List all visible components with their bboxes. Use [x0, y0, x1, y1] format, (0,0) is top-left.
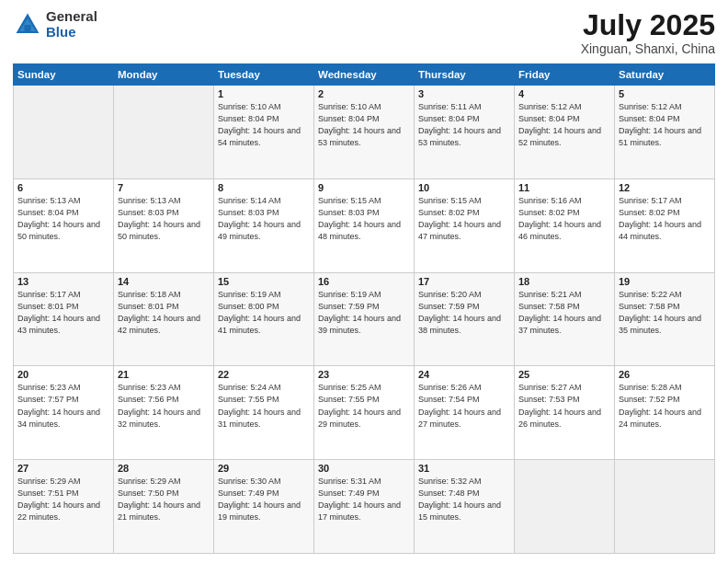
day-info: Sunrise: 5:20 AM Sunset: 7:59 PM Dayligh…	[418, 289, 510, 337]
calendar-day-cell: 10Sunrise: 5:15 AM Sunset: 8:02 PM Dayli…	[415, 178, 515, 272]
day-info: Sunrise: 5:30 AM Sunset: 7:49 PM Dayligh…	[218, 476, 310, 523]
day-number: 16	[318, 276, 410, 287]
day-info: Sunrise: 5:23 AM Sunset: 7:56 PM Dayligh…	[118, 382, 210, 430]
calendar-week-row: 6Sunrise: 5:13 AM Sunset: 8:04 PM Daylig…	[14, 178, 715, 272]
day-number: 29	[218, 463, 310, 474]
day-info: Sunrise: 5:15 AM Sunset: 8:02 PM Dayligh…	[418, 195, 510, 243]
day-number: 4	[518, 88, 610, 99]
day-number: 13	[17, 276, 109, 287]
calendar-day-cell: 5Sunrise: 5:12 AM Sunset: 8:04 PM Daylig…	[615, 86, 715, 179]
logo: General Blue	[13, 9, 97, 40]
day-info: Sunrise: 5:17 AM Sunset: 8:01 PM Dayligh…	[17, 289, 109, 337]
day-info: Sunrise: 5:11 AM Sunset: 8:04 PM Dayligh…	[418, 101, 510, 149]
calendar-day-cell	[14, 86, 114, 179]
day-number: 8	[218, 182, 310, 193]
calendar-page: General Blue July 2025 Xinguan, Shanxi, …	[0, 0, 728, 563]
day-number: 3	[418, 88, 510, 99]
calendar-day-cell: 26Sunrise: 5:28 AM Sunset: 7:52 PM Dayli…	[615, 366, 715, 460]
day-number: 14	[118, 276, 210, 287]
calendar-day-cell: 13Sunrise: 5:17 AM Sunset: 8:01 PM Dayli…	[14, 272, 114, 366]
day-number: 21	[118, 369, 210, 380]
logo-icon	[13, 10, 42, 40]
day-info: Sunrise: 5:10 AM Sunset: 8:04 PM Dayligh…	[318, 101, 410, 149]
calendar-day-cell: 2Sunrise: 5:10 AM Sunset: 8:04 PM Daylig…	[314, 86, 415, 179]
day-of-week-header: Sunday	[14, 64, 114, 86]
day-info: Sunrise: 5:29 AM Sunset: 7:50 PM Dayligh…	[118, 476, 210, 523]
day-number: 23	[318, 369, 410, 380]
calendar-week-row: 27Sunrise: 5:29 AM Sunset: 7:51 PM Dayli…	[14, 460, 715, 554]
day-info: Sunrise: 5:14 AM Sunset: 8:03 PM Dayligh…	[218, 195, 310, 243]
day-info: Sunrise: 5:17 AM Sunset: 8:02 PM Dayligh…	[619, 195, 711, 243]
day-number: 1	[218, 88, 310, 99]
calendar-day-cell: 23Sunrise: 5:25 AM Sunset: 7:55 PM Dayli…	[314, 366, 415, 460]
day-number: 17	[418, 276, 510, 287]
calendar-table: SundayMondayTuesdayWednesdayThursdayFrid…	[13, 63, 715, 554]
day-number: 7	[118, 182, 210, 193]
title-block: July 2025 Xinguan, Shanxi, China	[581, 9, 715, 56]
day-number: 20	[17, 369, 109, 380]
day-info: Sunrise: 5:32 AM Sunset: 7:48 PM Dayligh…	[418, 476, 510, 523]
calendar-day-cell: 19Sunrise: 5:22 AM Sunset: 7:58 PM Dayli…	[615, 272, 715, 366]
calendar-day-cell: 3Sunrise: 5:11 AM Sunset: 8:04 PM Daylig…	[415, 86, 515, 179]
calendar-day-cell: 27Sunrise: 5:29 AM Sunset: 7:51 PM Dayli…	[14, 460, 114, 554]
calendar-week-row: 20Sunrise: 5:23 AM Sunset: 7:57 PM Dayli…	[14, 366, 715, 460]
day-number: 25	[518, 369, 610, 380]
day-info: Sunrise: 5:12 AM Sunset: 8:04 PM Dayligh…	[619, 101, 711, 149]
calendar-day-cell: 28Sunrise: 5:29 AM Sunset: 7:50 PM Dayli…	[114, 460, 214, 554]
day-info: Sunrise: 5:10 AM Sunset: 8:04 PM Dayligh…	[218, 101, 310, 149]
day-number: 5	[619, 88, 711, 99]
day-info: Sunrise: 5:19 AM Sunset: 8:00 PM Dayligh…	[218, 289, 310, 337]
day-info: Sunrise: 5:27 AM Sunset: 7:53 PM Dayligh…	[518, 382, 610, 430]
calendar-day-cell: 22Sunrise: 5:24 AM Sunset: 7:55 PM Dayli…	[214, 366, 314, 460]
day-number: 12	[619, 182, 711, 193]
day-number: 19	[619, 276, 711, 287]
day-number: 28	[118, 463, 210, 474]
calendar-day-cell: 31Sunrise: 5:32 AM Sunset: 7:48 PM Dayli…	[415, 460, 515, 554]
day-info: Sunrise: 5:24 AM Sunset: 7:55 PM Dayligh…	[218, 382, 310, 430]
calendar-day-cell	[515, 460, 615, 554]
logo-text: General Blue	[46, 9, 97, 40]
day-number: 2	[318, 88, 410, 99]
day-number: 27	[17, 463, 109, 474]
day-info: Sunrise: 5:29 AM Sunset: 7:51 PM Dayligh…	[17, 476, 109, 523]
day-of-week-header: Saturday	[615, 64, 715, 86]
day-number: 26	[619, 369, 711, 380]
calendar-day-cell: 30Sunrise: 5:31 AM Sunset: 7:49 PM Dayli…	[314, 460, 415, 554]
day-of-week-header: Thursday	[415, 64, 515, 86]
logo-blue-text: Blue	[46, 25, 97, 40]
day-of-week-header: Wednesday	[314, 64, 415, 86]
calendar-day-cell: 20Sunrise: 5:23 AM Sunset: 7:57 PM Dayli…	[14, 366, 114, 460]
day-of-week-header: Monday	[114, 64, 214, 86]
header: General Blue July 2025 Xinguan, Shanxi, …	[13, 9, 715, 56]
day-info: Sunrise: 5:12 AM Sunset: 8:04 PM Dayligh…	[518, 101, 610, 149]
calendar-day-cell: 24Sunrise: 5:26 AM Sunset: 7:54 PM Dayli…	[415, 366, 515, 460]
day-number: 31	[418, 463, 510, 474]
calendar-header-row: SundayMondayTuesdayWednesdayThursdayFrid…	[14, 64, 715, 86]
day-of-week-header: Tuesday	[214, 64, 314, 86]
calendar-day-cell: 6Sunrise: 5:13 AM Sunset: 8:04 PM Daylig…	[14, 178, 114, 272]
location: Xinguan, Shanxi, China	[581, 41, 715, 56]
calendar-day-cell: 14Sunrise: 5:18 AM Sunset: 8:01 PM Dayli…	[114, 272, 214, 366]
calendar-week-row: 1Sunrise: 5:10 AM Sunset: 8:04 PM Daylig…	[14, 86, 715, 179]
day-info: Sunrise: 5:18 AM Sunset: 8:01 PM Dayligh…	[118, 289, 210, 337]
day-number: 6	[17, 182, 109, 193]
day-number: 11	[518, 182, 610, 193]
day-info: Sunrise: 5:23 AM Sunset: 7:57 PM Dayligh…	[17, 382, 109, 430]
day-info: Sunrise: 5:13 AM Sunset: 8:04 PM Dayligh…	[17, 195, 109, 243]
day-info: Sunrise: 5:31 AM Sunset: 7:49 PM Dayligh…	[318, 476, 410, 523]
calendar-day-cell: 25Sunrise: 5:27 AM Sunset: 7:53 PM Dayli…	[515, 366, 615, 460]
calendar-day-cell: 7Sunrise: 5:13 AM Sunset: 8:03 PM Daylig…	[114, 178, 214, 272]
calendar-day-cell: 8Sunrise: 5:14 AM Sunset: 8:03 PM Daylig…	[214, 178, 314, 272]
day-number: 9	[318, 182, 410, 193]
month-title: July 2025	[581, 9, 715, 41]
day-number: 22	[218, 369, 310, 380]
day-info: Sunrise: 5:28 AM Sunset: 7:52 PM Dayligh…	[619, 382, 711, 430]
day-info: Sunrise: 5:16 AM Sunset: 8:02 PM Dayligh…	[518, 195, 610, 243]
day-number: 18	[518, 276, 610, 287]
calendar-day-cell: 29Sunrise: 5:30 AM Sunset: 7:49 PM Dayli…	[214, 460, 314, 554]
calendar-day-cell: 11Sunrise: 5:16 AM Sunset: 8:02 PM Dayli…	[515, 178, 615, 272]
calendar-day-cell: 12Sunrise: 5:17 AM Sunset: 8:02 PM Dayli…	[615, 178, 715, 272]
calendar-day-cell	[114, 86, 214, 179]
calendar-day-cell: 4Sunrise: 5:12 AM Sunset: 8:04 PM Daylig…	[515, 86, 615, 179]
day-of-week-header: Friday	[515, 64, 615, 86]
